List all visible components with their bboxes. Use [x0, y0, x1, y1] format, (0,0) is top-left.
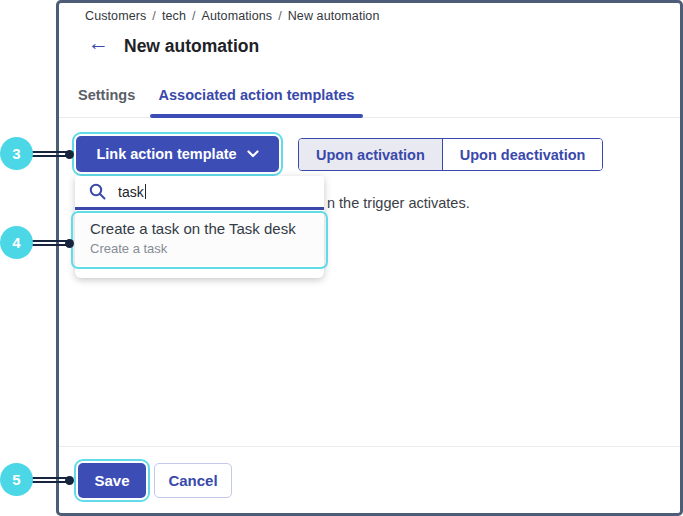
breadcrumb-separator: / — [278, 9, 282, 23]
result-subtitle: Create a task — [90, 241, 324, 256]
annotated-screenshot: Customers/tech/Automations/New automatio… — [0, 0, 683, 516]
tab-associated-action-templates[interactable]: Associated action templates — [150, 87, 363, 103]
upon-activation-button[interactable]: Upon activation — [299, 139, 442, 170]
result-title: Create a task on the Task desk — [90, 220, 324, 237]
text-cursor — [145, 184, 147, 199]
search-focus-underline — [75, 207, 324, 210]
annotation-connector-3 — [31, 151, 67, 157]
dropdown-result-item[interactable]: Create a task on the Task desk Create a … — [75, 215, 324, 265]
page-title: New automation — [124, 36, 259, 57]
breadcrumb-item-automations[interactable]: Automations — [202, 9, 273, 23]
tab-settings[interactable]: Settings — [70, 87, 143, 103]
search-icon — [89, 183, 106, 200]
search-input[interactable]: task — [75, 176, 324, 207]
link-action-template-button[interactable]: Link action template — [76, 136, 279, 172]
breadcrumb-separator: / — [192, 9, 196, 23]
action-template-dropdown: task Create a task on the Task desk Crea… — [75, 176, 324, 278]
footer-divider — [59, 446, 680, 447]
annotation-badge-3: 3 — [0, 137, 33, 170]
breadcrumb-item-tech[interactable]: tech — [162, 9, 186, 23]
annotation-connector-5 — [31, 477, 67, 483]
breadcrumb-item-new-automation: New automation — [288, 9, 380, 23]
helper-text-fragment: n the trigger activates. — [327, 195, 470, 211]
annotation-badge-4: 4 — [0, 226, 33, 259]
activation-toggle-group: Upon activation Upon deactivation — [298, 138, 603, 171]
cancel-button[interactable]: Cancel — [154, 463, 232, 498]
annotation-dot-3 — [65, 150, 74, 159]
upon-deactivation-button[interactable]: Upon deactivation — [442, 139, 603, 170]
annotation-connector-4 — [31, 240, 67, 246]
annotation-dot-4 — [65, 239, 74, 248]
back-arrow-icon[interactable]: ← — [88, 32, 109, 53]
breadcrumb: Customers/tech/Automations/New automatio… — [85, 9, 379, 23]
active-tab-underline — [150, 114, 363, 118]
annotation-badge-5: 5 — [0, 463, 33, 496]
search-input-value: task — [118, 184, 144, 200]
save-button[interactable]: Save — [78, 463, 146, 498]
breadcrumb-item-customers[interactable]: Customers — [85, 9, 146, 23]
link-action-template-label: Link action template — [96, 146, 236, 162]
breadcrumb-separator: / — [152, 9, 156, 23]
chevron-down-icon — [247, 150, 259, 158]
annotation-dot-5 — [65, 476, 74, 485]
